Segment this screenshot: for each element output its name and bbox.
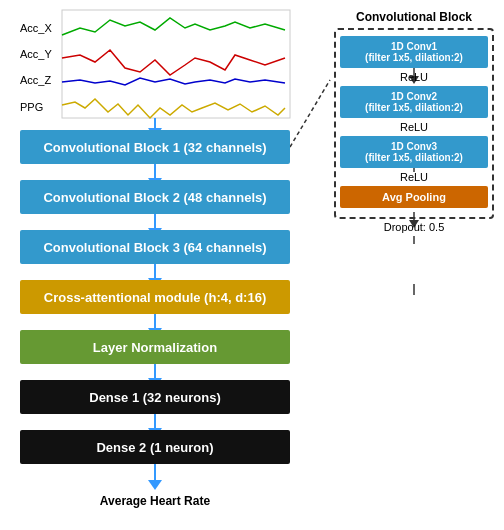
signal-label-accz: Acc_Z bbox=[20, 70, 51, 88]
block-conv2: Convolutional Block 2 (48 channels) bbox=[20, 180, 290, 214]
detail-relu2: ReLU bbox=[340, 121, 488, 133]
block-attention: Cross-attentional module (h:4, d:16) bbox=[20, 280, 290, 314]
block-dense2: Dense 2 (1 neuron) bbox=[20, 430, 290, 464]
signal-label-accx: Acc_X bbox=[20, 18, 52, 36]
block-conv1: Convolutional Block 1 (32 channels) bbox=[20, 130, 290, 164]
detail-avg-pooling: Avg Pooling bbox=[340, 186, 488, 208]
block-layernorm: Layer Normalization bbox=[20, 330, 290, 364]
signal-label-accy: Acc_Y bbox=[20, 44, 52, 62]
detail-relu3: ReLU bbox=[340, 171, 488, 183]
detail-conv2: 1D Conv2 (filter 1x5, dilation:2) bbox=[340, 86, 488, 118]
output-label: Average Heart Rate bbox=[80, 494, 230, 508]
signal-label-ppg: PPG bbox=[20, 97, 43, 115]
svg-marker-14 bbox=[148, 480, 162, 490]
svg-line-17 bbox=[290, 80, 330, 147]
conv-detail-border: 1D Conv1 (filter 1x5, dilation:2) ReLU 1… bbox=[334, 28, 494, 219]
detail-relu1: ReLU bbox=[340, 71, 488, 83]
diagram-container: Acc_X Acc_Y Acc_Z PPG Convolutional Bloc… bbox=[0, 0, 504, 530]
conv-block-detail: Convolutional Block 1D Conv1 (filter 1x5… bbox=[334, 10, 494, 233]
detail-conv3: 1D Conv3 (filter 1x5, dilation:2) bbox=[340, 136, 488, 168]
detail-dropout: Dropout: 0.5 bbox=[334, 221, 494, 233]
conv-block-detail-title: Convolutional Block bbox=[334, 10, 494, 24]
block-dense1: Dense 1 (32 neurons) bbox=[20, 380, 290, 414]
block-conv3: Convolutional Block 3 (64 channels) bbox=[20, 230, 290, 264]
detail-conv1: 1D Conv1 (filter 1x5, dilation:2) bbox=[340, 36, 488, 68]
svg-rect-0 bbox=[62, 10, 290, 118]
